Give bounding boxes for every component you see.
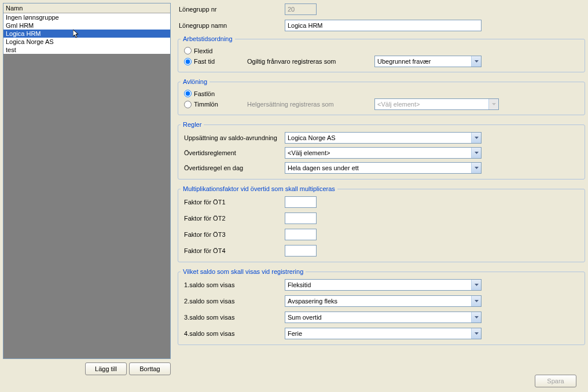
factor-ot3-field[interactable] bbox=[285, 229, 317, 240]
saldo-fieldset: Vilket saldo som skall visas vid registr… bbox=[178, 268, 585, 345]
cursor-icon bbox=[73, 30, 81, 41]
overtime-day-label: Övertidsregel en dag bbox=[181, 164, 285, 171]
chevron-down-icon bbox=[471, 148, 481, 158]
chevron-down-icon bbox=[471, 280, 481, 290]
fastlon-radio[interactable] bbox=[184, 90, 192, 97]
saldo-rounding-label: Uppsättning av saldo-avrundning bbox=[181, 134, 285, 141]
chevron-down-icon bbox=[471, 296, 481, 306]
factor-ot2-field[interactable] bbox=[285, 213, 317, 224]
list-header: Namn bbox=[3, 3, 170, 13]
saldo-legend: Vilket saldo som skall visas vid registr… bbox=[181, 268, 306, 275]
list-item[interactable]: Ingen lønnsgruppe bbox=[3, 13, 170, 21]
timmlon-label: Timmlön bbox=[194, 101, 218, 108]
regler-fieldset: Regler Uppsättning av saldo-avrundning L… bbox=[178, 121, 585, 179]
overtime-reg-label: Övertidsreglement bbox=[181, 149, 285, 156]
remove-button[interactable]: Borttag bbox=[129, 362, 171, 375]
fasttid-radio[interactable] bbox=[184, 58, 192, 65]
saldo1-select[interactable]: Fleksitid bbox=[285, 279, 482, 291]
holiday-comp-select: <Välj element> bbox=[374, 98, 499, 110]
arbetstid-legend: Arbetstidsordning bbox=[181, 35, 235, 42]
saldo1-label: 1.saldo som visas bbox=[181, 281, 285, 288]
overtime-day-select[interactable]: Hela dagen ses under ett bbox=[285, 162, 482, 174]
saldo3-label: 3.saldo som visas bbox=[181, 314, 285, 321]
multi-fieldset: Multiplikationsfaktor vid övertid som sk… bbox=[178, 185, 585, 262]
save-button[interactable]: Spara bbox=[535, 375, 576, 387]
chevron-down-icon bbox=[471, 56, 481, 67]
saldo4-label: 4.saldo som visas bbox=[181, 330, 285, 337]
saldo-rounding-select[interactable]: Logica Norge AS bbox=[285, 132, 482, 144]
group-nr-field bbox=[285, 3, 317, 15]
saldo3-select[interactable]: Sum overtid bbox=[285, 312, 482, 323]
invalid-absence-label: Ogiltig frånvaro registreras som bbox=[247, 58, 374, 65]
timmlon-radio[interactable] bbox=[184, 101, 192, 108]
group-name-label: Lönegrupp namn bbox=[178, 22, 285, 29]
avloning-fieldset: Avlöning Fastlön Timmlön Helgersättning … bbox=[178, 78, 585, 115]
group-name-field[interactable] bbox=[285, 20, 482, 31]
chevron-down-icon bbox=[488, 99, 498, 109]
factor-ot4-label: Faktor för ÖT4 bbox=[181, 247, 285, 254]
factor-ot2-label: Faktor för ÖT2 bbox=[181, 215, 285, 222]
overtime-reg-select[interactable]: <Välj element> bbox=[285, 147, 482, 159]
list-item[interactable]: test bbox=[3, 46, 170, 54]
chevron-down-icon bbox=[471, 328, 481, 339]
add-button[interactable]: Lägg till bbox=[85, 362, 127, 375]
fastlon-label: Fastlön bbox=[194, 90, 215, 97]
flextid-radio[interactable] bbox=[184, 47, 192, 54]
saldo4-select[interactable]: Ferie bbox=[285, 328, 482, 339]
chevron-down-icon bbox=[471, 312, 481, 323]
name-listbox[interactable]: Namn Ingen lønnsgruppe Gml HRM Logica HR… bbox=[3, 3, 171, 359]
group-nr-label: Lönegrupp nr bbox=[178, 6, 285, 13]
chevron-down-icon bbox=[471, 163, 481, 173]
list-item[interactable]: Logica Norge AS bbox=[3, 38, 170, 46]
factor-ot3-label: Faktor för ÖT3 bbox=[181, 231, 285, 238]
avloning-legend: Avlöning bbox=[181, 78, 210, 85]
list-item[interactable]: Logica HRM bbox=[3, 30, 170, 38]
saldo2-label: 2.saldo som visas bbox=[181, 298, 285, 305]
flextid-label: Flextid bbox=[194, 47, 212, 54]
factor-ot1-field[interactable] bbox=[285, 196, 317, 208]
invalid-absence-select[interactable]: Ubegrunnet fravær bbox=[374, 56, 482, 67]
holiday-comp-label: Helgersättning registreras som bbox=[247, 101, 374, 108]
fasttid-label: Fast tid bbox=[194, 58, 215, 65]
arbetstid-fieldset: Arbetstidsordning Flextid Fast tid Ogilt… bbox=[178, 35, 585, 72]
saldo2-select[interactable]: Avspasering fleks bbox=[285, 295, 482, 307]
chevron-down-icon bbox=[471, 133, 481, 143]
regler-legend: Regler bbox=[181, 121, 204, 128]
factor-ot4-field[interactable] bbox=[285, 245, 317, 257]
multi-legend: Multiplikationsfaktor vid övertid som sk… bbox=[181, 185, 337, 192]
list-item[interactable]: Gml HRM bbox=[3, 21, 170, 30]
factor-ot1-label: Faktor för ÖT1 bbox=[181, 199, 285, 206]
